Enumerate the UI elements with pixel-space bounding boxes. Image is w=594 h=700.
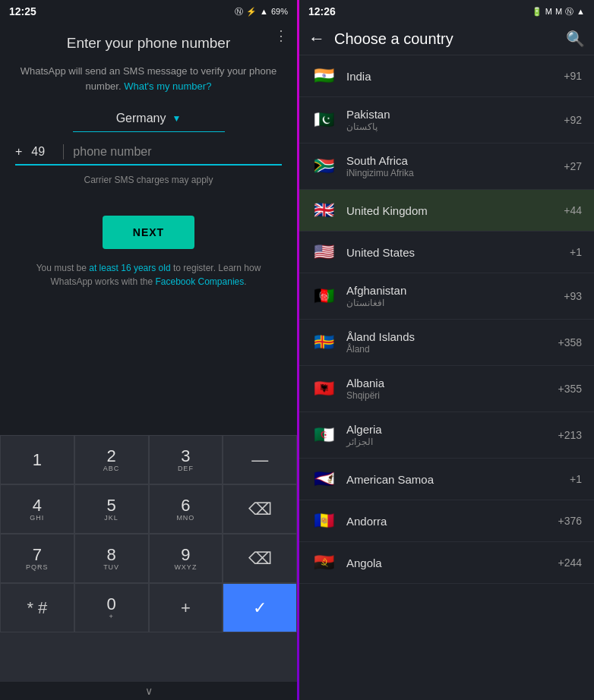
key-7[interactable]: 7 PQRS [0,534,74,583]
country-name-right: Angola [346,557,547,569]
chevron-row[interactable]: ∨ [0,682,297,700]
next-button[interactable]: NEXT [103,216,194,249]
country-dial-code: +1 [570,473,582,485]
country-name-right: Albania [346,377,547,389]
back-button[interactable]: ← [308,29,325,49]
status-time-right: 12:26 [308,5,336,17]
country-name-right: American Samoa [346,473,559,486]
country-info: United Kingdom [346,204,553,217]
carrier-note: Carrier SMS charges may apply [84,175,213,185]
country-native-name: Åland [346,344,547,355]
key-2[interactable]: 2 ABC [74,435,149,484]
selected-country: Germany [116,112,166,125]
flag-emoji: 🇿🇦 [311,156,336,176]
country-info: United States [346,246,559,259]
key-dash[interactable]: — [223,435,297,484]
key-4[interactable]: 4 GHI [0,484,74,534]
country-list-item[interactable]: 🇦🇱AlbaniaShqipëri+355 [299,366,594,412]
country-name-right: Afghanistan [346,284,553,297]
right-header-title: Choose a country [334,30,557,48]
page-title: Enter your phone number [67,35,230,52]
country-info: Angola [346,557,547,569]
footer-text-1: You must be [36,263,90,273]
country-native-name: Shqipëri [346,390,547,401]
country-list-item[interactable]: 🇺🇸United States+1 [299,232,594,273]
country-name-right: South Africa [346,154,553,167]
country-list-item[interactable]: 🇮🇳India+91 [299,55,594,97]
flag-emoji: 🇦🇫 [311,286,336,306]
battery-icon: 69% [271,7,288,16]
country-info: Algeriaالجزائر [346,423,547,447]
key-5[interactable]: 5 JKL [74,484,149,534]
country-name-right: Åland Islands [346,330,547,343]
key-3[interactable]: 3 DEF [149,435,223,484]
key-9-sub: WXYZ [174,563,197,571]
left-content: ⋮ Enter your phone number WhatsApp will … [0,23,297,435]
country-dial-code: +1 [570,246,582,258]
key-star-hash[interactable]: * # [0,583,74,632]
country-native-name: الجزائر [346,437,547,447]
status-time-left: 12:25 [9,5,36,17]
country-list: 🇮🇳India+91🇵🇰Pakistanپاکستان+92🇿🇦South Af… [299,55,594,700]
country-dial-code: +44 [564,204,582,216]
country-list-item[interactable]: 🇦🇽Åland IslandsÅland+358 [299,320,594,366]
search-icon[interactable]: 🔍 [566,30,585,48]
key-0[interactable]: 0 + [74,583,149,632]
key-5-sub: JKL [104,514,118,522]
key-8[interactable]: 8 TUV [74,534,149,583]
key-0-main: 0 [107,596,116,613]
facebook-companies-link[interactable]: Facebook Companies [155,276,244,287]
more-options-button[interactable]: ⋮ [274,27,288,44]
country-info: Andorra [346,515,547,528]
key-2-main: 2 [107,448,116,465]
flag-emoji: 🇮🇳 [311,66,336,86]
country-list-item[interactable]: 🇿🇦South AfricaiNingizimu Afrika+27 [299,143,594,190]
country-info: Åland IslandsÅland [346,330,547,355]
check-icon: ✓ [253,600,267,616]
flag-emoji: 🇵🇰 [311,110,336,130]
dropdown-arrow-icon: ▼ [172,113,181,124]
key-plus[interactable]: + [149,583,223,632]
country-name-right: Algeria [346,423,547,436]
status-icons-left: Ⓝ ⚡ ▲ 69% [235,6,288,17]
country-info: South AfricaiNingizimu Afrika [346,154,553,178]
country-native-name: iNingizimu Afrika [346,168,553,178]
key-9[interactable]: 9 WXYZ [149,534,223,583]
left-panel: 12:25 Ⓝ ⚡ ▲ 69% ⋮ Enter your phone numbe… [0,0,297,700]
key-backspace[interactable]: ⌫ [223,484,297,534]
country-dial-code: +376 [558,515,582,527]
country-list-item[interactable]: 🇦🇴Angola+244 [299,542,594,584]
flag-emoji: 🇦🇸 [311,469,336,489]
key-delete[interactable]: ⌫ [223,534,297,583]
country-dial-code: +93 [564,290,582,302]
nfc-icon: Ⓝ [235,6,243,17]
country-list-item[interactable]: 🇦🇫Afghanistanافغانستان+93 [299,273,594,320]
country-list-item[interactable]: 🇬🇧United Kingdom+44 [299,190,594,232]
plus-sign: + [15,145,22,159]
country-info: AlbaniaShqipëri [346,377,547,401]
key-9-main: 9 [181,547,190,563]
backspace-icon: ⌫ [248,501,272,518]
chevron-down-icon: ∨ [145,685,153,697]
country-list-item[interactable]: 🇦🇸American Samoa+1 [299,459,594,500]
phone-number-input[interactable] [73,145,282,159]
key-6[interactable]: 6 MNO [149,484,223,534]
key-7-sub: PQRS [26,563,49,571]
country-list-item[interactable]: 🇦🇩Andorra+376 [299,500,594,542]
country-list-item[interactable]: 🇩🇿Algeriaالجزائر+213 [299,412,594,459]
flag-emoji: 🇩🇿 [311,425,336,445]
key-check[interactable]: ✓ [223,583,297,632]
country-dial-code: +358 [558,336,582,348]
mail-icon-2: M [555,7,562,16]
key-dash-main: — [251,452,268,468]
country-native-name: افغانستان [346,298,553,308]
flag-emoji: 🇦🇽 [311,333,336,352]
country-list-item[interactable]: 🇵🇰Pakistanپاکستان+92 [299,97,594,143]
country-name-right: India [346,70,553,83]
flag-emoji: 🇦🇴 [311,553,336,572]
whats-my-number-link[interactable]: What's my number? [124,80,211,92]
key-5-main: 5 [107,497,116,514]
key-1[interactable]: 1 [0,435,74,484]
key-2-sub: ABC [103,465,120,472]
country-selector[interactable]: Germany ▼ [73,112,225,132]
